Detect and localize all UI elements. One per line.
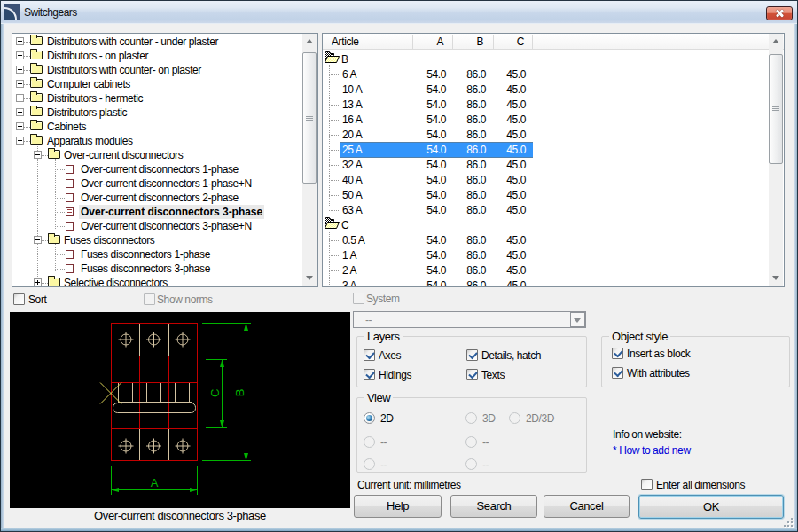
svg-text:B: B xyxy=(233,389,246,396)
svg-text:C: C xyxy=(208,389,222,397)
svg-text:A: A xyxy=(151,476,159,489)
